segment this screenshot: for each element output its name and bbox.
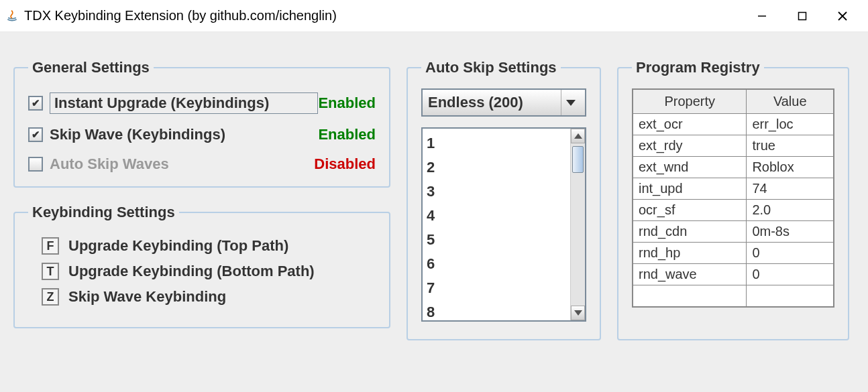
scrollbar[interactable] <box>570 129 585 320</box>
list-item[interactable]: 8 <box>427 300 566 320</box>
key-bottom-path[interactable]: T <box>42 263 59 280</box>
keybinding-settings-legend: Keybinding Settings <box>28 204 179 221</box>
setting-auto-skip: Auto Skip Waves Disabled <box>28 155 376 173</box>
keybind-label-skip: Skip Wave Keybinding <box>68 288 226 306</box>
status-skip-wave: Enabled <box>318 126 376 143</box>
table-row-empty <box>633 285 834 307</box>
general-settings-legend: General Settings <box>28 59 154 76</box>
table-row[interactable]: ext_rdytrue <box>633 135 834 157</box>
col-property[interactable]: Property <box>633 89 747 114</box>
scroll-thumb[interactable] <box>572 146 584 173</box>
registry-table: Property Value ext_ocrerr_loc ext_rdytru… <box>632 88 834 308</box>
setting-instant-upgrade: Instant Upgrade (Keybindings) Enabled <box>28 92 376 114</box>
checkbox-instant-upgrade[interactable] <box>28 96 43 111</box>
svg-rect-1 <box>799 12 806 19</box>
chevron-down-icon <box>561 90 580 115</box>
keybind-bottom-path: T Upgrade Keybinding (Bottom Path) <box>28 263 376 280</box>
table-row[interactable]: rnd_cdn0m-8s <box>633 221 834 243</box>
label-skip-wave[interactable]: Skip Wave (Keybindings) <box>50 126 318 143</box>
general-settings-group: General Settings Instant Upgrade (Keybin… <box>13 59 390 188</box>
table-row[interactable]: ext_wndRoblox <box>633 157 834 178</box>
maximize-button[interactable] <box>782 3 822 29</box>
table-row[interactable]: rnd_wave0 <box>633 264 834 285</box>
checkbox-skip-wave[interactable] <box>28 127 43 142</box>
key-top-path[interactable]: F <box>42 237 59 255</box>
status-instant-upgrade: Enabled <box>318 94 376 112</box>
keybind-label-bottom: Upgrade Keybinding (Bottom Path) <box>68 263 315 280</box>
list-item[interactable]: 7 <box>427 276 566 300</box>
window-controls <box>742 3 863 29</box>
java-icon <box>5 9 19 23</box>
dropdown-value: Endless (200) <box>428 94 561 111</box>
scroll-up-button[interactable] <box>571 129 585 143</box>
program-registry-group: Program Registry Property Value ext_ocre… <box>617 59 849 340</box>
checkbox-auto-skip[interactable] <box>28 157 43 172</box>
titlebar: TDX Keybinding Extension (by github.com/… <box>0 0 868 32</box>
list-items: 1 2 3 4 5 6 7 8 <box>423 129 570 320</box>
close-button[interactable] <box>822 3 863 29</box>
auto-skip-legend: Auto Skip Settings <box>421 59 561 76</box>
wave-listbox[interactable]: 1 2 3 4 5 6 7 8 <box>421 127 586 322</box>
list-item[interactable]: 6 <box>427 252 566 276</box>
mode-dropdown[interactable]: Endless (200) <box>421 88 586 117</box>
table-row[interactable]: rnd_hp0 <box>633 243 834 264</box>
keybind-skip-wave: Z Skip Wave Keybinding <box>28 288 376 306</box>
content-area: General Settings Instant Upgrade (Keybin… <box>0 32 868 392</box>
table-row[interactable]: ext_ocrerr_loc <box>633 114 834 135</box>
keybinding-settings-group: Keybinding Settings F Upgrade Keybinding… <box>13 204 390 328</box>
auto-skip-settings-group: Auto Skip Settings Endless (200) 1 2 3 4… <box>406 59 601 340</box>
list-item[interactable]: 5 <box>427 228 566 252</box>
keybind-top-path: F Upgrade Keybinding (Top Path) <box>28 237 376 255</box>
minimize-button[interactable] <box>742 3 782 29</box>
setting-skip-wave: Skip Wave (Keybindings) Enabled <box>28 126 376 143</box>
table-row[interactable]: int_upd74 <box>633 178 834 200</box>
list-item[interactable]: 3 <box>427 180 566 204</box>
label-auto-skip[interactable]: Auto Skip Waves <box>50 155 314 173</box>
registry-legend: Program Registry <box>632 59 764 76</box>
list-item[interactable]: 1 <box>427 131 566 155</box>
table-row[interactable]: ocr_sf2.0 <box>633 200 834 221</box>
col-value[interactable]: Value <box>747 89 834 114</box>
status-auto-skip: Disabled <box>314 155 376 173</box>
keybind-label-top: Upgrade Keybinding (Top Path) <box>68 237 288 255</box>
list-item[interactable]: 2 <box>427 155 566 180</box>
scroll-down-button[interactable] <box>571 306 585 320</box>
window-title: TDX Keybinding Extension (by github.com/… <box>24 8 742 23</box>
key-skip-wave[interactable]: Z <box>42 288 59 306</box>
list-item[interactable]: 4 <box>427 204 566 228</box>
scroll-track[interactable] <box>571 143 585 306</box>
label-instant-upgrade[interactable]: Instant Upgrade (Keybindings) <box>50 92 318 114</box>
